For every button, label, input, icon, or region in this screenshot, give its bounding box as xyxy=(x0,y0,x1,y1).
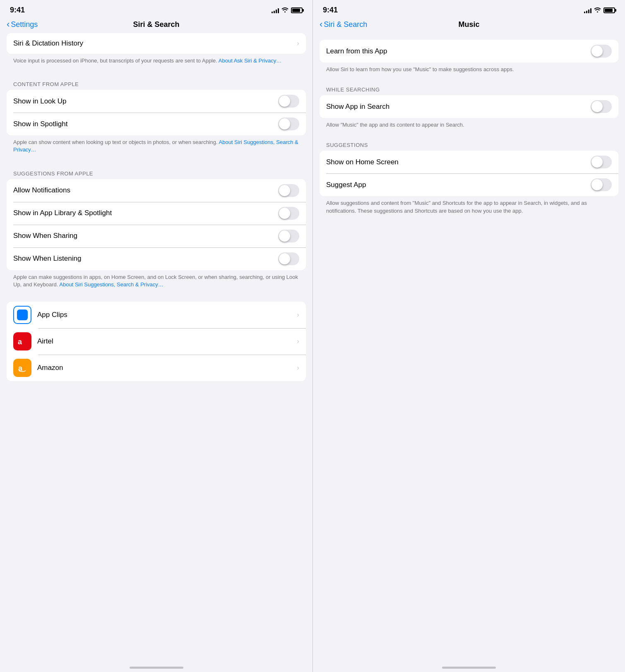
status-icons-left xyxy=(272,7,303,14)
suggest-app-toggle[interactable] xyxy=(591,178,612,191)
right-panel: 9:41 ‹ Siri & Search xyxy=(312,0,625,672)
suggest-app-label: Suggest App xyxy=(326,181,366,189)
show-home-screen-row[interactable]: Show on Home Screen xyxy=(320,151,618,173)
airtel-name: Airtel xyxy=(37,337,53,346)
svg-text:a: a xyxy=(18,338,22,346)
spotlight-label: Show in Spotlight xyxy=(13,120,67,128)
app-clips-chevron: › xyxy=(297,311,299,319)
siri-dictation-card: Siri & Dictation History › xyxy=(7,33,306,54)
signal-icon xyxy=(272,7,279,13)
learn-from-app-card: Learn from this App xyxy=(320,40,618,62)
time-right: 9:41 xyxy=(323,6,338,14)
learn-from-app-label: Learn from this App xyxy=(326,47,387,55)
show-when-listening-row[interactable]: Show When Listening xyxy=(7,247,306,270)
content-apple-card: Show in Look Up Show in Spotlight xyxy=(7,90,306,135)
suggestions-right-card: Show on Home Screen Suggest App xyxy=(320,151,618,196)
amazon-name: Amazon xyxy=(37,364,63,372)
suggestions-card: Allow Notifications Show in App Library … xyxy=(7,179,306,270)
status-bar-left: 9:41 xyxy=(0,0,312,18)
amazon-item[interactable]: a Amazon › xyxy=(7,355,306,381)
amazon-icon: a xyxy=(13,359,31,377)
suggest-app-row[interactable]: Suggest App xyxy=(320,173,618,196)
show-app-in-search-label: Show App in Search xyxy=(326,103,389,111)
left-panel: 9:41 ‹ Settings xyxy=(0,0,312,672)
back-button-left[interactable]: ‹ Settings xyxy=(7,20,38,29)
show-app-in-search-row[interactable]: Show App in Search xyxy=(320,95,618,118)
suggestions-footer: Apple can make suggestions in apps, on H… xyxy=(7,270,306,295)
back-label-right: Siri & Search xyxy=(324,20,367,29)
airtel-chevron: › xyxy=(297,337,299,346)
wifi-icon xyxy=(281,7,288,14)
suggestions-right-footer: Allow suggestions and content from "Musi… xyxy=(320,196,618,221)
signal-icon-right xyxy=(584,7,591,13)
while-searching-label: WHILE SEARCHING xyxy=(320,80,618,95)
battery-icon-right xyxy=(603,7,615,13)
show-app-in-search-toggle[interactable] xyxy=(591,100,612,113)
learn-from-app-toggle[interactable] xyxy=(591,45,612,58)
app-library-toggle[interactable] xyxy=(278,207,299,220)
show-when-listening-toggle[interactable] xyxy=(278,252,299,265)
app-clips-item[interactable]: App Clips › xyxy=(7,302,306,328)
app-library-label: Show in App Library & Spotlight xyxy=(13,209,112,217)
home-indicator-left xyxy=(0,658,312,672)
app-list-card: App Clips › a Airtel › xyxy=(7,302,306,381)
status-bar-right: 9:41 xyxy=(313,0,625,18)
nav-bar-left: ‹ Settings Siri & Search xyxy=(0,18,312,33)
show-home-screen-toggle[interactable] xyxy=(591,156,612,168)
show-home-screen-label: Show on Home Screen xyxy=(326,158,399,166)
allow-notifications-row[interactable]: Allow Notifications xyxy=(7,179,306,202)
back-chevron-right: ‹ xyxy=(320,20,322,29)
back-label-left: Settings xyxy=(11,20,38,29)
app-clips-name: App Clips xyxy=(37,311,67,319)
nav-bar-right: ‹ Siri & Search Music xyxy=(313,18,625,33)
look-up-toggle[interactable] xyxy=(278,95,299,108)
right-content: Learn from this App Allow Siri to learn … xyxy=(313,33,625,658)
siri-dictation-label: Siri & Dictation History xyxy=(13,39,83,48)
back-chevron-left: ‹ xyxy=(7,20,10,29)
while-searching-card: Show App in Search xyxy=(320,95,618,118)
show-app-in-search-desc: Allow "Music" the app and its content to… xyxy=(320,118,618,129)
airtel-item[interactable]: a Airtel › xyxy=(7,328,306,355)
siri-dictation-row[interactable]: Siri & Dictation History › xyxy=(7,33,306,54)
wifi-icon-right xyxy=(594,7,601,14)
time-left: 9:41 xyxy=(10,6,25,14)
allow-notifications-toggle[interactable] xyxy=(278,184,299,197)
page-title-right: Music xyxy=(458,20,479,29)
spotlight-row[interactable]: Show in Spotlight xyxy=(7,113,306,135)
airtel-icon: a xyxy=(13,332,31,350)
app-clips-icon xyxy=(13,306,31,324)
suggestions-link[interactable]: About Siri Suggestions, Search & Privacy… xyxy=(59,281,163,288)
learn-from-app-row[interactable]: Learn from this App xyxy=(320,40,618,62)
siri-dictation-footer: Voice input is processed on iPhone, but … xyxy=(7,54,306,71)
show-when-sharing-row[interactable]: Show When Sharing xyxy=(7,225,306,247)
chevron-right-icon: › xyxy=(297,39,299,48)
content-from-apple-label: CONTENT FROM APPLE xyxy=(7,74,306,90)
look-up-row[interactable]: Show in Look Up xyxy=(7,90,306,113)
learn-from-app-desc: Allow Siri to learn from how you use "Mu… xyxy=(320,62,618,73)
spotlight-toggle[interactable] xyxy=(278,118,299,130)
left-content: Siri & Dictation History › Voice input i… xyxy=(0,33,312,658)
siri-dictation-link[interactable]: About Ask Siri & Privacy… xyxy=(219,58,281,64)
amazon-chevron: › xyxy=(297,364,299,372)
battery-icon xyxy=(291,7,303,13)
show-when-sharing-toggle[interactable] xyxy=(278,230,299,242)
back-button-right[interactable]: ‹ Siri & Search xyxy=(320,20,367,29)
home-indicator-right xyxy=(313,658,625,672)
suggestions-label-right: SUGGESTIONS xyxy=(320,135,618,151)
show-when-listening-label: Show When Listening xyxy=(13,254,81,263)
show-when-sharing-label: Show When Sharing xyxy=(13,232,77,240)
app-library-row[interactable]: Show in App Library & Spotlight xyxy=(7,202,306,225)
suggestions-apple-label: SUGGESTIONS FROM APPLE xyxy=(7,164,306,179)
content-footer: Apple can show content when looking up t… xyxy=(7,135,306,160)
look-up-label: Show in Look Up xyxy=(13,97,67,106)
allow-notifications-label: Allow Notifications xyxy=(13,186,70,194)
status-icons-right xyxy=(584,7,615,14)
page-title-left: Siri & Search xyxy=(133,20,179,29)
